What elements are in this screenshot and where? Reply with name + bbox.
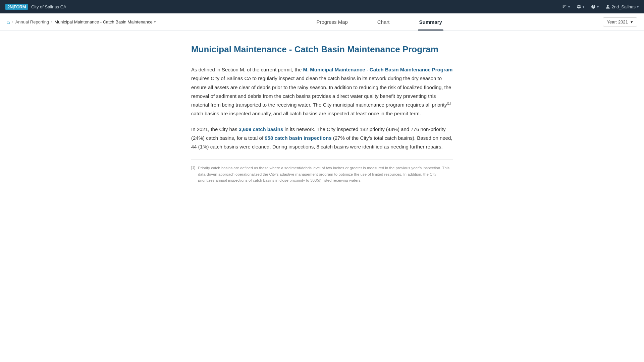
para2-link1[interactable]: 3,609 catch basins bbox=[239, 126, 283, 132]
footnote-section: [1] Priority catch basins are defined as… bbox=[191, 159, 453, 183]
breadcrumb-separator-2: › bbox=[51, 20, 52, 24]
app-bar: 2N|FORM City of Salinas CA ▾ ▾ ▾ 2nd_Sal… bbox=[0, 0, 644, 13]
logo-mark: 2N|FORM bbox=[5, 4, 28, 10]
para1-footnote: [1] bbox=[447, 102, 451, 105]
app-title: City of Salinas CA bbox=[31, 4, 66, 9]
year-label: Year: 2021 bbox=[607, 19, 628, 24]
help-control[interactable]: ▾ bbox=[591, 4, 599, 9]
para1-text-before: As defined in Section M. of the current … bbox=[191, 67, 303, 72]
tabs-container: Progress Map Chart Summary bbox=[156, 13, 603, 31]
footnote-item: [1] Priority catch basins are defined as… bbox=[191, 165, 453, 183]
breadcrumb: ⌂ › Annual Reporting › Municipal Mainten… bbox=[7, 19, 156, 25]
help-dropdown-arrow: ▾ bbox=[597, 5, 599, 9]
breadcrumb-separator-1: › bbox=[12, 20, 13, 24]
settings-dropdown-arrow: ▾ bbox=[583, 5, 584, 9]
app-bar-left: 2N|FORM City of Salinas CA bbox=[5, 4, 66, 10]
footnote-text-content: Priority catch basins are defined as tho… bbox=[198, 165, 453, 183]
paragraph-2: In 2021, the City has 3,609 catch basins… bbox=[191, 125, 453, 152]
para1-link[interactable]: M. Municipal Maintenance - Catch Basin M… bbox=[303, 67, 453, 72]
tab-summary[interactable]: Summary bbox=[418, 13, 443, 31]
tab-progress-map[interactable]: Progress Map bbox=[315, 13, 349, 31]
year-dropdown-arrow: ▾ bbox=[631, 19, 633, 24]
tab-chart[interactable]: Chart bbox=[376, 13, 391, 31]
page-title: Municipal Maintenance - Catch Basin Main… bbox=[191, 44, 453, 55]
settings-control[interactable]: ▾ bbox=[577, 4, 584, 9]
user-name: 2nd_Salinas bbox=[611, 4, 636, 9]
user-control[interactable]: 2nd_Salinas ▾ bbox=[605, 4, 639, 9]
para1-text-after: requires City of Salinas CA to regularly… bbox=[191, 75, 451, 108]
breadcrumb-current-page[interactable]: Municipal Maintenance - Catch Basin Main… bbox=[54, 19, 156, 24]
home-icon[interactable]: ⌂ bbox=[7, 19, 10, 25]
sort-dropdown-arrow: ▾ bbox=[568, 5, 570, 9]
footnote-marker: [1] bbox=[191, 165, 195, 183]
para2-text-before: In 2021, the City has bbox=[191, 126, 239, 132]
year-selector[interactable]: Year: 2021 ▾ bbox=[603, 17, 637, 26]
breadcrumb-annual-reporting[interactable]: Annual Reporting bbox=[15, 19, 49, 24]
paragraph-1: As defined in Section M. of the current … bbox=[191, 65, 453, 118]
main-content: Municipal Maintenance - Catch Basin Main… bbox=[191, 31, 453, 197]
user-dropdown-arrow: ▾ bbox=[637, 5, 639, 9]
nav-bar: ⌂ › Annual Reporting › Municipal Mainten… bbox=[0, 13, 644, 31]
app-bar-right: ▾ ▾ ▾ 2nd_Salinas ▾ bbox=[562, 4, 639, 9]
sort-control[interactable]: ▾ bbox=[562, 4, 570, 9]
para1-text-end: catch basins are inspected annually, and… bbox=[191, 111, 421, 116]
para2-link2[interactable]: 958 catch basin inspections bbox=[265, 135, 331, 141]
description-block: As defined in Section M. of the current … bbox=[191, 65, 453, 183]
